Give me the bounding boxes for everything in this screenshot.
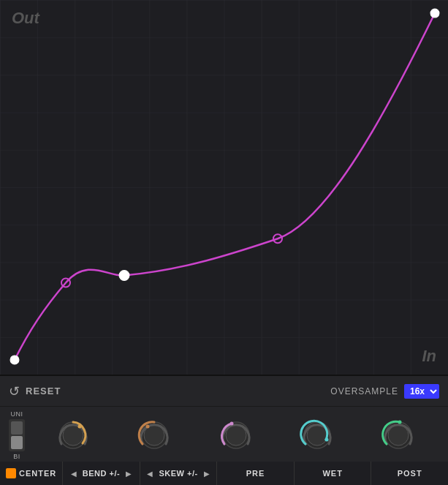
skew-knob[interactable] (137, 418, 172, 453)
bend-arrow-left[interactable]: ◀ (68, 468, 80, 479)
pre-knob[interactable] (219, 418, 254, 453)
bend-group: ◀ BEND +/- ▶ (63, 462, 140, 485)
bend-arrow-right[interactable]: ▶ (123, 468, 134, 479)
knobs-row: UNI BI (0, 407, 448, 462)
post-knob[interactable] (381, 418, 416, 453)
uni-label: UNI (11, 410, 23, 418)
oversample-label: OVERSAMPLE (330, 386, 398, 396)
graph-area[interactable]: Out In (0, 0, 448, 376)
reset-label: RESET (26, 386, 61, 396)
skew-group: ◀ SKEW +/- ▶ (140, 462, 218, 485)
svg-point-2 (10, 356, 19, 364)
labels-row: CENTER ◀ BEND +/- ▶ ◀ SKEW +/- ▶ PRE WET… (0, 462, 448, 485)
uni-bi-toggle[interactable] (9, 419, 25, 451)
svg-point-18 (324, 437, 328, 441)
svg-rect-1 (0, 0, 448, 375)
bend-knob[interactable] (56, 418, 91, 453)
reset-button[interactable]: ↺ RESET (9, 383, 61, 399)
svg-point-9 (77, 424, 81, 428)
svg-point-12 (146, 424, 150, 428)
svg-point-4 (119, 270, 129, 280)
skew-label: SKEW +/- (159, 469, 197, 478)
pre-label: PRE (217, 462, 295, 485)
reset-bar: ↺ RESET OVERSAMPLE 1x 2x 4x 8x 16x (0, 376, 448, 407)
uni-bi-group[interactable]: UNI BI (9, 410, 25, 460)
post-knob-group (358, 418, 439, 453)
orange-indicator (6, 468, 16, 478)
skew-arrow-right[interactable]: ▶ (201, 468, 213, 479)
oversample-select[interactable]: 1x 2x 4x 8x 16x (404, 384, 439, 399)
wet-knob[interactable] (300, 418, 335, 453)
graph-out-label: Out (12, 9, 39, 28)
center-label: CENTER (19, 469, 56, 478)
pre-knob-group (195, 418, 276, 453)
wet-label: WET (295, 462, 372, 485)
svg-point-6 (430, 9, 439, 18)
svg-point-21 (398, 420, 402, 424)
skew-arrow-left[interactable]: ◀ (144, 468, 156, 479)
bend-label: BEND +/- (83, 469, 120, 478)
toggle-bottom (11, 436, 23, 449)
controls-bar: ↺ RESET OVERSAMPLE 1x 2x 4x 8x 16x UNI B… (0, 376, 448, 485)
center-button[interactable]: CENTER (0, 462, 63, 485)
toggle-top (11, 421, 23, 435)
wet-knob-group (276, 418, 357, 453)
svg-point-15 (229, 421, 233, 425)
post-label: POST (371, 462, 448, 485)
skew-knob-group (113, 418, 194, 453)
bi-label: BI (13, 453, 20, 460)
bend-knob-group (32, 418, 113, 453)
graph-in-label: In (422, 347, 436, 366)
reset-icon: ↺ (9, 383, 20, 399)
oversample-group: OVERSAMPLE 1x 2x 4x 8x 16x (330, 384, 439, 399)
